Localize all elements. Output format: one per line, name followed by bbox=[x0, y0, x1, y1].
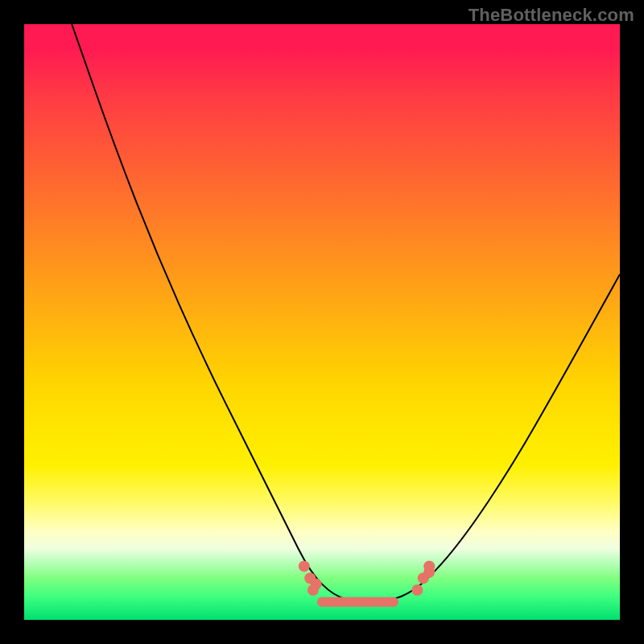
bottom-row-dot bbox=[365, 597, 374, 607]
bottleneck-curve-path bbox=[72, 24, 620, 602]
bottom-row-dot bbox=[317, 597, 327, 607]
bottom-row-dot bbox=[389, 597, 398, 607]
right-cluster-dot bbox=[423, 560, 435, 572]
curve-layer bbox=[24, 24, 620, 620]
bottom-row-dot bbox=[353, 597, 362, 607]
bottom-row-dot bbox=[377, 597, 386, 607]
annotation-dots bbox=[299, 560, 435, 606]
plot-area bbox=[24, 24, 620, 620]
left-cluster-dot bbox=[308, 584, 319, 596]
watermark-text: TheBottleneck.com bbox=[469, 5, 634, 26]
chart-frame: TheBottleneck.com bbox=[0, 0, 644, 644]
bottleneck-curve bbox=[72, 24, 620, 602]
bottom-row-dot bbox=[341, 597, 351, 607]
bottom-row-dot bbox=[329, 597, 339, 607]
left-cluster-dot bbox=[299, 560, 310, 572]
right-cluster-dot bbox=[411, 584, 423, 596]
